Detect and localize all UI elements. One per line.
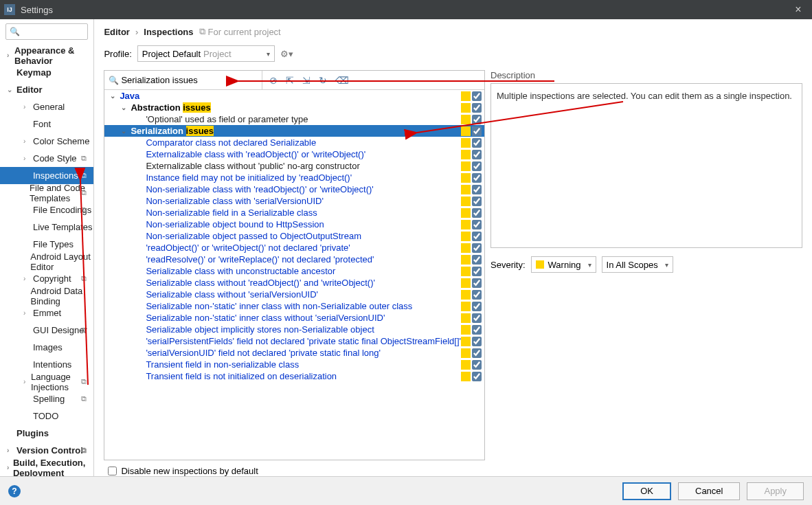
inspection-item[interactable]: Instance field may not be initialized by…	[104, 172, 484, 183]
inspection-checkbox[interactable]	[472, 220, 482, 229]
inspection-item[interactable]: Transient field is not initialized on de…	[104, 370, 484, 382]
inspection-tree[interactable]: ⌄Java⌄Abstraction issues'Optional' used …	[104, 90, 484, 460]
inspection-checkbox[interactable]	[472, 126, 482, 136]
profile-dropdown[interactable]: Project Default Project ▾	[137, 45, 275, 62]
sidebar-item-build-execution-deployment[interactable]: ›Build, Execution, Deployment	[0, 459, 93, 476]
status-indicator	[461, 278, 471, 288]
sidebar-item-intentions[interactable]: Intentions	[0, 356, 93, 373]
inspection-item[interactable]: Serializable class without 'readObject()…	[104, 277, 484, 289]
eraser-icon[interactable]: ⌫	[335, 75, 349, 86]
inspection-item[interactable]: Serializable class without 'serialVersio…	[104, 289, 484, 300]
inspection-item[interactable]: Non-serializable class with 'serialVersi…	[104, 195, 484, 207]
inspection-checkbox[interactable]	[472, 150, 482, 159]
status-indicator	[461, 302, 471, 311]
inspection-item[interactable]: 'serialVersionUID' field not declared 'p…	[104, 347, 484, 359]
close-icon[interactable]: ×	[789, 3, 808, 16]
gear-icon[interactable]: ⚙▾	[280, 49, 293, 59]
sidebar-item-inspections[interactable]: Inspections⧉	[0, 167, 93, 184]
inspection-checkbox[interactable]	[472, 313, 482, 323]
inspection-checkbox[interactable]	[472, 91, 482, 101]
inspection-checkbox[interactable]	[472, 325, 482, 335]
sidebar-item-android-data-binding[interactable]: Android Data Binding	[0, 287, 93, 304]
sidebar-item-android-layout-editor[interactable]: Android Layout Editor	[0, 253, 93, 270]
sidebar-item-color-scheme[interactable]: ›Color Scheme	[0, 133, 93, 150]
sidebar-item-general[interactable]: ›General	[0, 98, 93, 115]
disable-new-checkbox[interactable]	[108, 467, 117, 475]
inspection-checkbox[interactable]	[472, 290, 482, 300]
sidebar-item-live-templates[interactable]: Live Templates	[0, 218, 93, 236]
sidebar-item-file-encodings[interactable]: File Encodings⧉	[0, 201, 93, 218]
sidebar-item-file-and-code-templates[interactable]: File and Code Templates⧉	[0, 184, 93, 201]
sidebar-item-images[interactable]: Images	[0, 339, 93, 356]
inspection-item[interactable]: Non-serializable object bound to HttpSes…	[104, 218, 484, 230]
sidebar-item-appearance-behavior[interactable]: ›Appearance & Behavior	[0, 47, 93, 64]
sidebar-item-editor[interactable]: ⌄Editor	[0, 81, 93, 98]
inspection-item[interactable]: Serializable object implicitly stores no…	[104, 324, 484, 335]
sidebar-item-label: Spelling	[33, 394, 65, 404]
inspection-item[interactable]: Non-serializable class with 'readObject(…	[104, 183, 484, 195]
severity-dropdown[interactable]: Warning ▾	[531, 256, 596, 273]
scope-dropdown[interactable]: In All Scopes ▾	[602, 256, 673, 273]
inspection-item[interactable]: Non-serializable field in a Serializable…	[104, 207, 484, 218]
inspection-item[interactable]: 'readObject()' or 'writeObject()' not de…	[104, 242, 484, 254]
inspection-checkbox[interactable]	[472, 348, 482, 358]
inspection-item[interactable]: Serializable non-'static' inner class wi…	[104, 312, 484, 324]
description-label: Description	[490, 70, 802, 80]
reset-icon[interactable]: ↻	[319, 75, 327, 86]
sidebar-item-keymap[interactable]: Keymap	[0, 64, 93, 81]
inspection-checkbox[interactable]	[472, 255, 482, 265]
inspection-checkbox[interactable]	[472, 173, 482, 183]
sidebar-item-language-injections[interactable]: ›Language Injections⧉	[0, 373, 93, 390]
inspection-checkbox[interactable]	[472, 372, 482, 381]
sidebar-item-spelling[interactable]: Spelling⧉	[0, 390, 93, 407]
inspection-checkbox[interactable]	[472, 161, 482, 171]
tree-node-serialization[interactable]: ⌄Serialization issues	[104, 125, 484, 137]
inspection-checkbox[interactable]	[472, 103, 482, 113]
inspection-item[interactable]: 'serialPersistentFields' field not decla…	[104, 335, 484, 347]
sidebar-item-todo[interactable]: TODO	[0, 407, 93, 425]
inspection-checkbox[interactable]	[472, 115, 482, 124]
sidebar-item-file-types[interactable]: File Types	[0, 236, 93, 253]
status-indicator	[461, 290, 471, 300]
inspection-item[interactable]: Non-serializable object passed to Object…	[104, 230, 484, 242]
inspection-checkbox[interactable]	[472, 360, 482, 370]
tree-node-java[interactable]: ⌄Java	[104, 90, 484, 102]
sidebar-item-plugins[interactable]: Plugins	[0, 425, 93, 442]
breadcrumb-editor[interactable]: Editor	[104, 27, 130, 37]
chevron-down-icon: ▾	[267, 50, 270, 58]
sidebar-item-version-control[interactable]: ›Version Control⧉	[0, 442, 93, 459]
inspection-checkbox[interactable]	[472, 267, 482, 276]
inspection-checkbox[interactable]	[472, 278, 482, 288]
inspection-checkbox[interactable]	[472, 185, 482, 194]
apply-button[interactable]: Apply	[747, 482, 804, 500]
inspection-item[interactable]: 'readResolve()' or 'writeReplace()' not …	[104, 254, 484, 265]
inspection-item[interactable]: Serializable non-'static' inner class wi…	[104, 300, 484, 312]
sidebar-item-gui-designer[interactable]: GUI Designer⧉	[0, 322, 93, 339]
inspection-item[interactable]: Transient field in non-serializable clas…	[104, 359, 484, 370]
inspection-checkbox[interactable]	[472, 302, 482, 311]
expand-icon[interactable]: ⇱	[286, 75, 294, 86]
ok-button[interactable]: OK	[622, 482, 671, 500]
filter-icon[interactable]: ⊘	[269, 75, 278, 86]
inspection-item[interactable]: Externalizable class without 'public' no…	[104, 160, 484, 172]
inspection-checkbox[interactable]	[472, 197, 482, 206]
inspection-item[interactable]: Serializable class with unconstructable …	[104, 265, 484, 277]
inspection-item[interactable]: Externalizable class with 'readObject()'…	[104, 148, 484, 160]
sidebar-item-font[interactable]: Font	[0, 115, 93, 133]
inspection-item[interactable]: 'Optional' used as field or parameter ty…	[104, 113, 484, 125]
sidebar-item-copyright[interactable]: ›Copyright⧉	[0, 270, 93, 287]
sidebar-item-emmet[interactable]: ›Emmet	[0, 304, 93, 322]
tree-node-abstraction[interactable]: ⌄Abstraction issues	[104, 102, 484, 113]
inspection-item[interactable]: Comparator class not declared Serializab…	[104, 137, 484, 148]
sidebar-item-code-style[interactable]: ›Code Style⧉	[0, 150, 93, 167]
collapse-icon[interactable]: ⇲	[302, 75, 311, 86]
inspection-search-input[interactable]	[104, 71, 262, 89]
help-icon[interactable]: ?	[8, 485, 21, 497]
cancel-button[interactable]: Cancel	[678, 482, 740, 500]
inspection-checkbox[interactable]	[472, 208, 482, 218]
inspection-checkbox[interactable]	[472, 232, 482, 241]
inspection-checkbox[interactable]	[472, 337, 482, 346]
inspection-checkbox[interactable]	[472, 243, 482, 253]
inspection-checkbox[interactable]	[472, 138, 482, 148]
severity-label: Severity:	[490, 260, 526, 270]
